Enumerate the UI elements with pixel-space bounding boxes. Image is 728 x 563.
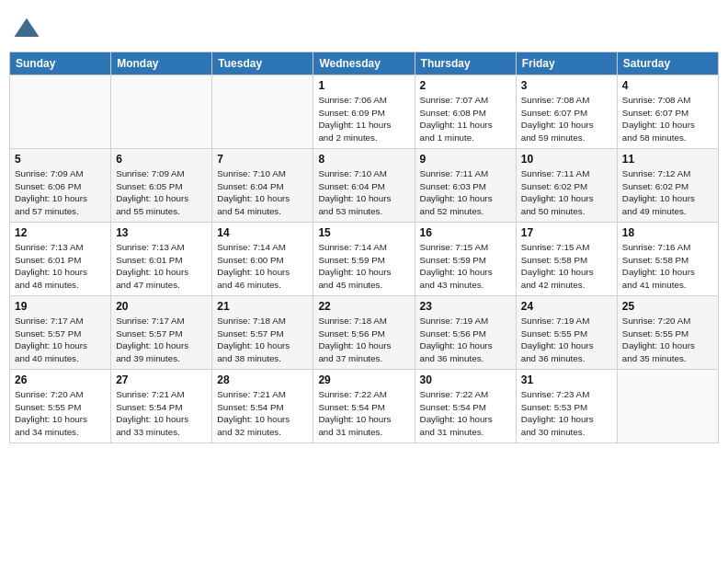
calendar-cell: 15Sunrise: 7:14 AM Sunset: 5:59 PM Dayli… xyxy=(313,223,415,296)
day-info: Sunrise: 7:17 AM Sunset: 5:57 PM Dayligh… xyxy=(15,315,106,365)
day-info: Sunrise: 7:21 AM Sunset: 5:54 PM Dayligh… xyxy=(217,388,308,439)
day-number: 14 xyxy=(217,226,308,239)
day-info: Sunrise: 7:10 AM Sunset: 6:04 PM Dayligh… xyxy=(318,167,409,218)
week-row-2: 5Sunrise: 7:09 AM Sunset: 6:06 PM Daylig… xyxy=(10,149,719,223)
calendar-cell: 8Sunrise: 7:10 AM Sunset: 6:04 PM Daylig… xyxy=(313,149,415,223)
calendar-cell xyxy=(212,75,313,149)
day-number: 9 xyxy=(420,153,511,166)
calendar-cell: 4Sunrise: 7:08 AM Sunset: 6:07 PM Daylig… xyxy=(617,75,718,149)
day-info: Sunrise: 7:21 AM Sunset: 5:54 PM Dayligh… xyxy=(116,388,207,439)
week-row-1: 1Sunrise: 7:06 AM Sunset: 6:09 PM Daylig… xyxy=(10,75,719,149)
day-info: Sunrise: 7:12 AM Sunset: 6:02 PM Dayligh… xyxy=(622,167,713,218)
calendar-cell: 23Sunrise: 7:19 AM Sunset: 5:56 PM Dayli… xyxy=(415,296,516,370)
day-number: 23 xyxy=(420,300,511,313)
day-number: 25 xyxy=(622,300,713,313)
day-info: Sunrise: 7:15 AM Sunset: 5:59 PM Dayligh… xyxy=(420,241,511,292)
calendar-cell: 21Sunrise: 7:18 AM Sunset: 5:57 PM Dayli… xyxy=(212,296,313,370)
day-info: Sunrise: 7:14 AM Sunset: 6:00 PM Dayligh… xyxy=(217,241,308,292)
day-info: Sunrise: 7:22 AM Sunset: 5:54 PM Dayligh… xyxy=(318,388,409,439)
day-info: Sunrise: 7:14 AM Sunset: 5:59 PM Dayligh… xyxy=(318,241,409,292)
day-info: Sunrise: 7:15 AM Sunset: 5:58 PM Dayligh… xyxy=(521,241,612,292)
calendar-cell: 9Sunrise: 7:11 AM Sunset: 6:03 PM Daylig… xyxy=(415,149,516,223)
day-number: 3 xyxy=(521,79,612,92)
day-number: 1 xyxy=(318,79,409,92)
day-info: Sunrise: 7:19 AM Sunset: 5:55 PM Dayligh… xyxy=(521,315,612,365)
calendar-cell: 19Sunrise: 7:17 AM Sunset: 5:57 PM Dayli… xyxy=(10,296,111,370)
day-number: 7 xyxy=(217,153,308,166)
day-info: Sunrise: 7:11 AM Sunset: 6:03 PM Dayligh… xyxy=(420,167,511,218)
calendar-cell: 31Sunrise: 7:23 AM Sunset: 5:53 PM Dayli… xyxy=(516,370,617,443)
day-number: 5 xyxy=(15,153,106,166)
day-info: Sunrise: 7:10 AM Sunset: 6:04 PM Dayligh… xyxy=(217,167,308,218)
logo-icon xyxy=(13,15,40,42)
day-info: Sunrise: 7:09 AM Sunset: 6:05 PM Dayligh… xyxy=(116,167,207,218)
day-info: Sunrise: 7:17 AM Sunset: 5:57 PM Dayligh… xyxy=(116,315,207,365)
day-number: 26 xyxy=(15,373,106,386)
calendar-cell: 26Sunrise: 7:20 AM Sunset: 5:55 PM Dayli… xyxy=(10,370,111,443)
day-number: 4 xyxy=(622,79,713,92)
day-info: Sunrise: 7:20 AM Sunset: 5:55 PM Dayligh… xyxy=(15,388,106,439)
day-info: Sunrise: 7:18 AM Sunset: 5:57 PM Dayligh… xyxy=(217,315,308,365)
calendar-cell: 17Sunrise: 7:15 AM Sunset: 5:58 PM Dayli… xyxy=(516,223,617,296)
day-number: 15 xyxy=(318,226,409,239)
calendar-cell: 3Sunrise: 7:08 AM Sunset: 6:07 PM Daylig… xyxy=(516,75,617,149)
day-number: 24 xyxy=(521,300,612,313)
column-header-sunday: Sunday xyxy=(10,52,111,75)
week-row-5: 26Sunrise: 7:20 AM Sunset: 5:55 PM Dayli… xyxy=(10,370,719,443)
day-info: Sunrise: 7:08 AM Sunset: 6:07 PM Dayligh… xyxy=(521,94,612,144)
calendar-cell: 27Sunrise: 7:21 AM Sunset: 5:54 PM Dayli… xyxy=(111,370,212,443)
calendar-cell: 5Sunrise: 7:09 AM Sunset: 6:06 PM Daylig… xyxy=(10,149,111,223)
day-number: 28 xyxy=(217,373,308,386)
column-header-wednesday: Wednesday xyxy=(313,52,415,75)
day-info: Sunrise: 7:11 AM Sunset: 6:02 PM Dayligh… xyxy=(521,167,612,218)
week-row-4: 19Sunrise: 7:17 AM Sunset: 5:57 PM Dayli… xyxy=(10,296,719,370)
calendar-cell: 11Sunrise: 7:12 AM Sunset: 6:02 PM Dayli… xyxy=(617,149,718,223)
day-number: 29 xyxy=(318,373,409,386)
day-info: Sunrise: 7:09 AM Sunset: 6:06 PM Dayligh… xyxy=(15,167,106,218)
calendar-cell: 6Sunrise: 7:09 AM Sunset: 6:05 PM Daylig… xyxy=(111,149,212,223)
calendar-cell: 7Sunrise: 7:10 AM Sunset: 6:04 PM Daylig… xyxy=(212,149,313,223)
calendar-cell: 2Sunrise: 7:07 AM Sunset: 6:08 PM Daylig… xyxy=(415,75,516,149)
calendar-cell: 1Sunrise: 7:06 AM Sunset: 6:09 PM Daylig… xyxy=(313,75,415,149)
day-number: 10 xyxy=(521,153,612,166)
column-header-thursday: Thursday xyxy=(415,52,516,75)
calendar-cell: 14Sunrise: 7:14 AM Sunset: 6:00 PM Dayli… xyxy=(212,223,313,296)
day-info: Sunrise: 7:06 AM Sunset: 6:09 PM Dayligh… xyxy=(318,94,409,144)
day-info: Sunrise: 7:16 AM Sunset: 5:58 PM Dayligh… xyxy=(622,241,713,292)
calendar-cell: 24Sunrise: 7:19 AM Sunset: 5:55 PM Dayli… xyxy=(516,296,617,370)
day-number: 27 xyxy=(116,373,207,386)
column-header-tuesday: Tuesday xyxy=(212,52,313,75)
day-info: Sunrise: 7:13 AM Sunset: 6:01 PM Dayligh… xyxy=(116,241,207,292)
day-number: 6 xyxy=(116,153,207,166)
calendar-table: SundayMondayTuesdayWednesdayThursdayFrid… xyxy=(9,52,719,443)
day-number: 18 xyxy=(622,226,713,239)
calendar-cell xyxy=(10,75,111,149)
day-number: 21 xyxy=(217,300,308,313)
page-header xyxy=(9,9,719,48)
day-info: Sunrise: 7:13 AM Sunset: 6:01 PM Dayligh… xyxy=(15,241,106,292)
day-number: 12 xyxy=(15,226,106,239)
day-info: Sunrise: 7:19 AM Sunset: 5:56 PM Dayligh… xyxy=(420,315,511,365)
calendar-cell xyxy=(617,370,718,443)
calendar-cell: 18Sunrise: 7:16 AM Sunset: 5:58 PM Dayli… xyxy=(617,223,718,296)
logo xyxy=(13,15,42,42)
svg-marker-0 xyxy=(15,18,40,37)
calendar-cell: 16Sunrise: 7:15 AM Sunset: 5:59 PM Dayli… xyxy=(415,223,516,296)
day-number: 30 xyxy=(420,373,511,386)
day-info: Sunrise: 7:22 AM Sunset: 5:54 PM Dayligh… xyxy=(420,388,511,439)
calendar-cell xyxy=(111,75,212,149)
day-number: 19 xyxy=(15,300,106,313)
day-headers-row: SundayMondayTuesdayWednesdayThursdayFrid… xyxy=(10,52,719,75)
day-info: Sunrise: 7:08 AM Sunset: 6:07 PM Dayligh… xyxy=(622,94,713,144)
column-header-friday: Friday xyxy=(516,52,617,75)
calendar-cell: 20Sunrise: 7:17 AM Sunset: 5:57 PM Dayli… xyxy=(111,296,212,370)
day-number: 11 xyxy=(622,153,713,166)
day-info: Sunrise: 7:20 AM Sunset: 5:55 PM Dayligh… xyxy=(622,315,713,365)
day-info: Sunrise: 7:23 AM Sunset: 5:53 PM Dayligh… xyxy=(521,388,612,439)
calendar-cell: 25Sunrise: 7:20 AM Sunset: 5:55 PM Dayli… xyxy=(617,296,718,370)
day-number: 31 xyxy=(521,373,612,386)
day-number: 8 xyxy=(318,153,409,166)
day-number: 16 xyxy=(420,226,511,239)
calendar-cell: 29Sunrise: 7:22 AM Sunset: 5:54 PM Dayli… xyxy=(313,370,415,443)
column-header-saturday: Saturday xyxy=(617,52,718,75)
